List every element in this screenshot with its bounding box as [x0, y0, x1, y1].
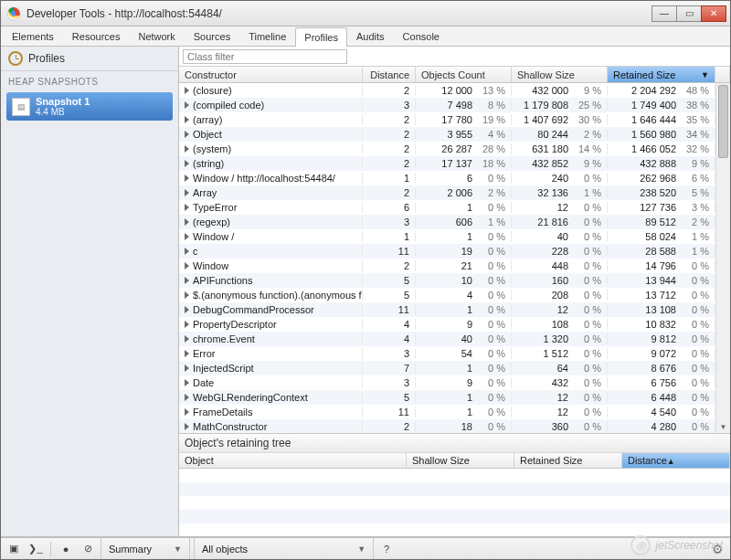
snapshot-item[interactable]: ▤ Snapshot 1 4.4 MB [6, 92, 173, 121]
table-row[interactable]: (regexp)36061 %21 8160 %89 5122 % [179, 215, 730, 229]
scroll-down-icon[interactable]: ▼ [716, 420, 730, 433]
rt-col-retained[interactable]: Retained Size [514, 453, 622, 468]
table-row[interactable]: Date390 %4320 %6 7560 % [179, 375, 730, 390]
maximize-button[interactable]: ▭ [676, 5, 702, 22]
expand-icon[interactable] [185, 350, 189, 357]
tab-timeline[interactable]: Timeline [239, 26, 295, 46]
tab-console[interactable]: Console [394, 26, 449, 46]
table-row[interactable]: chrome.Event4400 %1 3200 %9 8120 % [179, 332, 730, 346]
dock-icon[interactable]: ▣ [5, 541, 23, 557]
table-row[interactable]: $.(anonymous function).(anonymous functi… [179, 288, 730, 302]
col-shallow-size[interactable]: Shallow Size [512, 67, 608, 82]
expand-icon[interactable] [185, 218, 189, 226]
expand-icon[interactable] [185, 365, 189, 372]
retained-size-pct: 0 % [682, 348, 709, 359]
distance-cell: 7 [363, 363, 416, 374]
expand-icon[interactable] [185, 204, 189, 211]
objects-count-pct: 0 % [478, 246, 505, 257]
tab-resources[interactable]: Resources [63, 26, 130, 46]
objects-count-pct: 0 % [478, 377, 505, 388]
table-row[interactable]: Object23 9554 %80 2442 %1 560 98034 % [179, 127, 730, 142]
table-row[interactable]: APIFunctions5100 %1600 %13 9440 % [179, 273, 730, 288]
rt-col-distance[interactable]: Distance▲ [622, 453, 730, 468]
expand-icon[interactable] [185, 306, 189, 313]
expand-icon[interactable] [185, 335, 189, 343]
expand-icon[interactable] [185, 408, 189, 416]
table-row[interactable]: (compiled code)37 4988 %1 179 80825 %1 7… [179, 98, 730, 112]
table-row[interactable]: PropertyDescriptor490 %1080 %10 8320 % [179, 317, 730, 332]
col-constructor[interactable]: Constructor [179, 67, 363, 82]
tab-sources[interactable]: Sources [185, 26, 239, 46]
expand-icon[interactable] [185, 116, 189, 123]
table-row[interactable]: (array)217 78019 %1 407 69230 %1 646 444… [179, 112, 730, 127]
rt-col-object[interactable]: Object [179, 453, 407, 468]
minimize-button[interactable]: — [652, 5, 677, 22]
shallow-size: 432 852 [523, 158, 568, 169]
table-row[interactable]: (system)226 28728 %631 18014 %1 466 0523… [179, 142, 730, 156]
col-objects-count[interactable]: Objects Count [416, 67, 512, 82]
table-row[interactable]: (closure)212 00013 %432 0009 %2 204 2924… [179, 83, 730, 98]
expand-icon[interactable] [185, 131, 189, 138]
col-distance[interactable]: Distance [363, 67, 416, 82]
scrollbar[interactable]: ▲ ▼ [715, 83, 730, 433]
constructor-name: WebGLRenderingContext [193, 392, 308, 403]
table-row[interactable]: (string)217 13718 %432 8529 %432 8889 % [179, 156, 730, 171]
expand-icon[interactable] [185, 379, 189, 386]
expand-icon[interactable] [185, 233, 189, 240]
close-button[interactable]: ✕ [701, 5, 726, 22]
tab-audits[interactable]: Audits [347, 26, 394, 46]
view-select[interactable]: Summary ▼ [101, 538, 190, 559]
expand-icon[interactable] [185, 145, 189, 153]
tab-profiles[interactable]: Profiles [295, 27, 347, 47]
distance-cell: 3 [363, 377, 416, 388]
tab-elements[interactable]: Elements [3, 26, 63, 46]
expand-icon[interactable] [185, 189, 189, 196]
expand-icon[interactable] [185, 248, 189, 255]
scroll-thumb[interactable] [718, 85, 728, 158]
expand-icon[interactable] [185, 174, 189, 182]
record-icon[interactable]: ● [57, 541, 75, 557]
expand-icon[interactable] [185, 321, 189, 328]
table-row[interactable]: c11190 %2280 %28 5881 % [179, 244, 730, 259]
table-row[interactable]: WebGLRenderingContext510 %120 %6 4480 % [179, 390, 730, 405]
class-filter-input[interactable] [183, 49, 347, 64]
rt-col-shallow[interactable]: Shallow Size [407, 453, 514, 468]
table-row[interactable]: Window2210 %4480 %14 7960 % [179, 259, 730, 273]
expand-icon[interactable] [185, 101, 189, 109]
expand-icon[interactable] [185, 262, 189, 269]
filter-select[interactable]: All objects ▼ [194, 538, 374, 559]
expand-icon[interactable] [185, 423, 189, 430]
shallow-size: 240 [523, 173, 568, 184]
table-row[interactable]: MathConstructor2180 %3600 %4 2800 % [179, 419, 730, 433]
table-row[interactable]: TypeError610 %120 %127 7363 % [179, 200, 730, 215]
gear-icon[interactable]: ⚙ [708, 541, 726, 557]
table-row[interactable]: FrameDetails1110 %120 %4 5400 % [179, 405, 730, 419]
col-retained-size[interactable]: Retained Size▼ [608, 67, 715, 82]
objects-count-pct: 18 % [478, 158, 505, 169]
table-row[interactable]: Error3540 %1 5120 %9 0720 % [179, 346, 730, 361]
table-row[interactable]: Window /110 %400 %58 0241 % [179, 229, 730, 244]
table-row[interactable]: DebugCommandProcessor1110 %120 %13 1080 … [179, 302, 730, 317]
table-row[interactable]: InjectedScript710 %640 %8 6760 % [179, 361, 730, 375]
table-row[interactable]: Window / http://localhost:54484/160 %240… [179, 171, 730, 185]
expand-icon[interactable] [185, 277, 189, 284]
retained-size-pct: 0 % [682, 304, 709, 315]
objects-count-pct: 13 % [478, 85, 505, 96]
shallow-size: 108 [523, 319, 568, 330]
expand-icon[interactable] [185, 160, 189, 167]
expand-icon[interactable] [185, 291, 189, 299]
clear-icon[interactable]: ⊘ [79, 541, 97, 557]
console-toggle-icon[interactable]: ❯_ [26, 541, 45, 557]
objects-count-pct: 0 % [478, 348, 505, 359]
shallow-size: 208 [523, 290, 568, 301]
table-body[interactable]: (closure)212 00013 %432 0009 %2 204 2924… [179, 83, 730, 433]
objects-count: 6 [427, 173, 472, 184]
expand-icon[interactable] [185, 394, 189, 401]
table-row[interactable]: Array22 0062 %32 1361 %238 5205 % [179, 185, 730, 200]
tab-network[interactable]: Network [129, 26, 184, 46]
expand-icon[interactable] [185, 87, 189, 94]
distance-cell: 2 [363, 129, 416, 140]
retained-size: 13 108 [630, 304, 676, 315]
constructor-name: PropertyDescriptor [193, 319, 277, 330]
help-button[interactable]: ? [377, 541, 396, 557]
